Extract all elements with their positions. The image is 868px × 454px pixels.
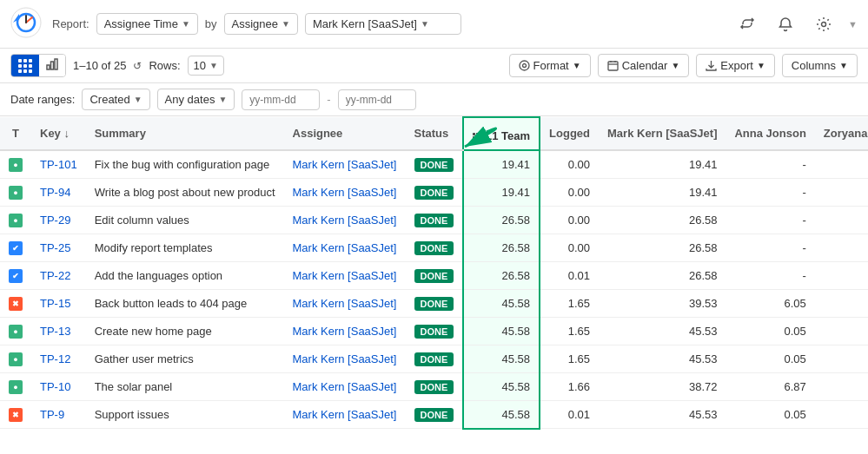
cell-l1team: 26.58 (463, 262, 540, 290)
report-type-select[interactable]: Assignee Time ▼ (96, 13, 198, 35)
cell-key[interactable]: TP-94 (31, 179, 86, 207)
date-from-input[interactable] (242, 89, 320, 110)
calendar-button[interactable]: Calendar ▼ (598, 54, 690, 77)
refresh-icon[interactable]: ↺ (133, 60, 142, 72)
cell-assignee[interactable]: Mark Kern [SaaSJet] (284, 373, 406, 401)
col-header-logged: Logged (540, 117, 599, 150)
cell-type: ✖ (0, 290, 31, 318)
cell-summary: Write a blog post about new product (86, 179, 284, 207)
chart-view-button[interactable] (39, 55, 65, 76)
cell-summary: The solar panel (86, 373, 284, 401)
cell-mk: 19.41 (599, 150, 726, 179)
cell-l1team: 45.58 (463, 373, 540, 401)
notifications-button[interactable] (772, 10, 799, 38)
cell-key[interactable]: TP-22 (31, 262, 86, 290)
cell-assignee[interactable]: Mark Kern [SaaSJet] (284, 290, 406, 318)
cell-l1team: 45.58 (463, 345, 540, 373)
chevron-down-icon: ▼ (421, 19, 429, 29)
cell-assignee[interactable]: Mark Kern [SaaSJet] (284, 207, 406, 234)
cell-l1team: 45.58 (463, 318, 540, 345)
cell-type: ● (0, 373, 31, 401)
cell-aj: - (726, 234, 814, 262)
cell-assignee[interactable]: Mark Kern [SaaSJet] (284, 262, 406, 290)
format-button[interactable]: Format ▼ (509, 54, 591, 77)
table-row: ✔ TP-25 Modify report templates Mark Ker… (0, 234, 868, 262)
col-header-key[interactable]: Key ↓ (31, 117, 86, 150)
table-row: ✖ TP-15 Back button leads to 404 page Ma… (0, 290, 868, 318)
report-label: Report: (52, 17, 89, 30)
cell-zb: - (815, 318, 868, 345)
cell-assignee[interactable]: Mark Kern [SaaSJet] (284, 345, 406, 373)
cell-key[interactable]: TP-10 (31, 373, 86, 401)
rows-label: Rows: (149, 59, 180, 72)
date-type-select[interactable]: Created ▼ (82, 89, 149, 110)
cell-assignee[interactable]: Mark Kern [SaaSJet] (284, 150, 406, 179)
date-period-select[interactable]: Any dates ▼ (157, 89, 235, 110)
cell-key[interactable]: TP-101 (31, 150, 86, 179)
cell-logged: 0.00 (540, 150, 599, 179)
cell-logged: 0.01 (540, 262, 599, 290)
cell-summary: Fix the bug with configuration page (86, 150, 284, 179)
chevron-down-icon: ▼ (282, 19, 290, 29)
grid-view-button[interactable] (11, 55, 39, 76)
cell-assignee[interactable]: Mark Kern [SaaSJet] (284, 179, 406, 207)
cell-key[interactable]: TP-29 (31, 207, 86, 234)
cell-key[interactable]: TP-9 (31, 401, 86, 429)
cell-type: ✖ (0, 401, 31, 429)
cell-mk: 45.53 (599, 401, 726, 429)
group-by-select[interactable]: Assignee ▼ (224, 13, 298, 35)
cell-l1team: 45.58 (463, 401, 540, 429)
columns-button[interactable]: Columns ▼ (782, 54, 858, 77)
svg-point-5 (822, 22, 826, 26)
settings-button[interactable] (810, 10, 838, 38)
cell-assignee[interactable]: Mark Kern [SaaSJet] (284, 234, 406, 262)
cell-l1team: 19.41 (463, 179, 540, 207)
cell-summary: Edit column values (86, 207, 284, 234)
cell-summary: Gather user metrics (86, 345, 284, 373)
share-button[interactable] (733, 10, 761, 38)
cell-zb: - (815, 345, 868, 373)
assignee-select[interactable]: Mark Kern [SaaSJet] ▼ (305, 13, 461, 35)
cell-l1team: 45.58 (463, 290, 540, 318)
cell-summary: Support issues (86, 401, 284, 429)
cell-type: ✔ (0, 262, 31, 290)
cell-key[interactable]: TP-15 (31, 290, 86, 318)
by-label: by (205, 17, 217, 30)
cell-type: ● (0, 207, 31, 234)
cell-aj: - (726, 150, 814, 179)
cell-status: DONE (406, 345, 464, 373)
chevron-down-icon: ▼ (573, 61, 581, 70)
table-header-row: T Key ↓ Summary Assignee Status (0, 117, 868, 150)
cell-assignee[interactable]: Mark Kern [SaaSJet] (284, 318, 406, 345)
export-button[interactable]: Export ▼ (696, 54, 774, 77)
table-row: ● TP-13 Create new home page Mark Kern [… (0, 318, 868, 345)
cell-logged: 1.66 (540, 373, 599, 401)
table-row: ✖ TP-9 Support issues Mark Kern [SaaSJet… (0, 401, 868, 429)
cell-key[interactable]: TP-13 (31, 318, 86, 345)
cell-type: ● (0, 150, 31, 179)
cell-zb: - (815, 179, 868, 207)
cell-key[interactable]: TP-12 (31, 345, 86, 373)
cell-type: ✔ (0, 234, 31, 262)
cell-zb: - (815, 373, 868, 401)
cell-type: ● (0, 179, 31, 207)
col-header-summary: Summary (86, 117, 284, 150)
cell-assignee[interactable]: Mark Kern [SaaSJet] (284, 401, 406, 429)
table-row: ● TP-101 Fix the bug with configuration … (0, 150, 868, 179)
table-row: ✔ TP-22 Add the languages option Mark Ke… (0, 262, 868, 290)
rows-per-page-select[interactable]: 10 ▼ (188, 56, 224, 76)
cell-status: DONE (406, 290, 464, 318)
date-to-input[interactable] (338, 89, 416, 110)
cell-status: DONE (406, 207, 464, 234)
cell-status: DONE (406, 150, 464, 179)
view-toggle (10, 54, 66, 77)
cell-key[interactable]: TP-25 (31, 234, 86, 262)
chevron-down-icon: ▼ (757, 61, 765, 70)
cell-logged: 0.00 (540, 179, 599, 207)
cell-l1team: 26.58 (463, 234, 540, 262)
cell-mk: 19.41 (599, 179, 726, 207)
svg-rect-11 (608, 62, 618, 70)
app-header: Report: Assignee Time ▼ by Assignee ▼ Ma… (0, 0, 868, 49)
date-separator: - (327, 93, 330, 106)
col-header-aj: Anna Jonson (726, 117, 814, 150)
